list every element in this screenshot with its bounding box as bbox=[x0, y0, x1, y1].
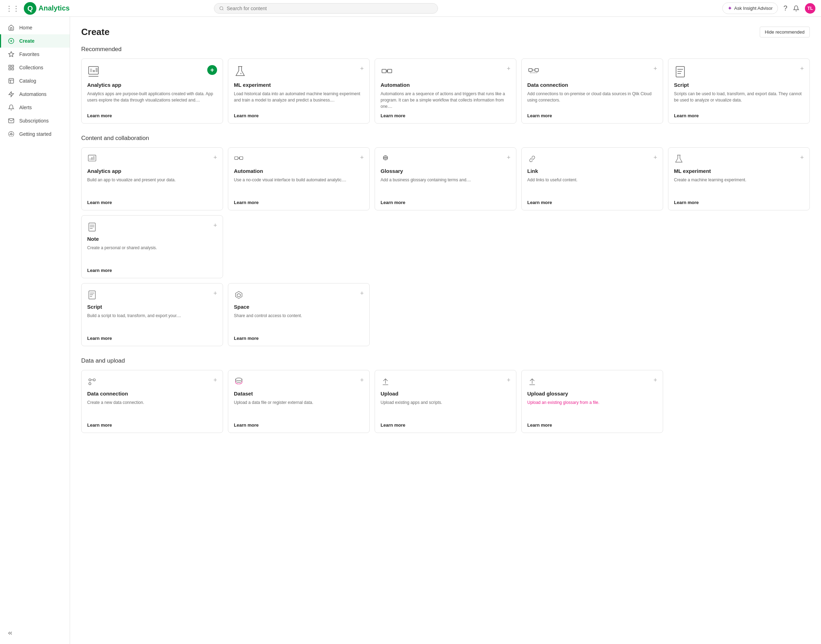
svg-rect-8 bbox=[9, 65, 11, 67]
add-script-cc-button[interactable]: + bbox=[213, 290, 217, 297]
grid-menu-icon[interactable]: ⋮⋮ bbox=[6, 4, 20, 12]
card-dataset-du[interactable]: + Dataset Upload a data file or register… bbox=[228, 370, 370, 433]
add-automation-recommended-button[interactable]: + bbox=[506, 65, 511, 72]
qlik-logo-icon: Q bbox=[24, 2, 37, 15]
sidebar-label-subscriptions: Subscriptions bbox=[19, 118, 49, 124]
sidebar-item-automations[interactable]: Automations bbox=[0, 87, 70, 101]
data-connection-recommended-title: Data connection bbox=[527, 82, 657, 88]
card-link-cc[interactable]: + Link Add links to useful content. Lear… bbox=[521, 147, 663, 210]
add-analytics-app-recommended-button[interactable]: + bbox=[207, 65, 217, 75]
space-cc-learn-more[interactable]: Learn more bbox=[234, 336, 364, 341]
add-ml-experiment-cc-button[interactable]: + bbox=[800, 154, 804, 161]
sidebar-item-catalog[interactable]: Catalog bbox=[0, 74, 70, 87]
link-cc-learn-more[interactable]: Learn more bbox=[527, 200, 657, 205]
sidebar-item-create[interactable]: Create bbox=[0, 34, 70, 48]
ml-experiment-cc-learn-more[interactable]: Learn more bbox=[674, 200, 804, 205]
note-cc-title: Note bbox=[87, 236, 217, 242]
sidebar-label-getting-started: Getting started bbox=[19, 131, 51, 137]
add-data-connection-du-button[interactable]: + bbox=[213, 377, 217, 384]
card-automation-recommended[interactable]: + Automation Automations are a sequence … bbox=[374, 58, 516, 124]
automation-recommended-learn-more[interactable]: Learn more bbox=[381, 113, 511, 118]
card-analytics-app-recommended[interactable]: + Analytics app Analytics apps are purpo… bbox=[81, 58, 223, 124]
data-connection-du-desc: Create a new data connection. bbox=[87, 399, 217, 419]
sidebar-item-favorites[interactable]: Favorites bbox=[0, 48, 70, 61]
search-input[interactable] bbox=[227, 6, 433, 11]
ml-experiment-recommended-learn-more[interactable]: Learn more bbox=[234, 113, 364, 118]
card-script-recommended[interactable]: + Script Scripts can be used to load, tr… bbox=[668, 58, 810, 124]
svg-rect-11 bbox=[12, 68, 14, 70]
data-connection-du-learn-more[interactable]: Learn more bbox=[87, 422, 217, 428]
svg-rect-24 bbox=[388, 69, 392, 73]
analytics-app-recommended-title: Analytics app bbox=[87, 82, 217, 88]
analytics-app-cc-learn-more[interactable]: Learn more bbox=[87, 200, 217, 205]
hide-recommended-button[interactable]: Hide recommended bbox=[760, 27, 810, 37]
svg-rect-12 bbox=[9, 78, 14, 83]
link-cc-title: Link bbox=[527, 168, 657, 174]
add-analytics-app-cc-button[interactable]: + bbox=[213, 154, 217, 161]
alerts-icon bbox=[8, 104, 16, 110]
upload-glossary-du-learn-more[interactable]: Learn more bbox=[527, 422, 657, 428]
sidebar-label-collections: Collections bbox=[19, 65, 43, 71]
card-ml-experiment-recommended[interactable]: + ML experiment Load historical data int… bbox=[228, 58, 370, 124]
card-analytics-app-cc[interactable]: + Analytics app Build an app to visualiz… bbox=[81, 147, 223, 210]
script2-icon bbox=[87, 290, 97, 300]
bell-icon[interactable] bbox=[793, 5, 799, 12]
sidebar-item-alerts[interactable]: Alerts bbox=[0, 101, 70, 114]
sidebar-item-collections[interactable]: Collections bbox=[0, 61, 70, 74]
avatar[interactable]: TL bbox=[805, 3, 815, 14]
search-bar[interactable] bbox=[214, 3, 438, 14]
add-glossary-button[interactable]: + bbox=[506, 154, 511, 161]
add-script-recommended-button[interactable]: + bbox=[800, 65, 804, 72]
card-script-cc[interactable]: + Script Build a script to load, transfo… bbox=[81, 283, 223, 346]
add-automation-cc-button[interactable]: + bbox=[360, 154, 364, 161]
sidebar-label-alerts: Alerts bbox=[19, 105, 32, 110]
card-upload-du[interactable]: + Upload Upload existing apps and script… bbox=[374, 370, 516, 433]
glossary-cc-learn-more[interactable]: Learn more bbox=[381, 200, 511, 205]
add-upload-glossary-button[interactable]: + bbox=[653, 377, 657, 384]
add-note-button[interactable]: + bbox=[213, 222, 217, 229]
upload-du-learn-more[interactable]: Learn more bbox=[381, 422, 511, 428]
add-upload-button[interactable]: + bbox=[506, 377, 511, 384]
sidebar-item-home[interactable]: Home bbox=[0, 21, 70, 34]
script-recommended-desc: Scripts can be used to load, transform, … bbox=[674, 90, 804, 110]
svg-point-22 bbox=[240, 73, 242, 74]
analytics-app-recommended-learn-more[interactable]: Learn more bbox=[87, 113, 217, 118]
add-link-button[interactable]: + bbox=[653, 154, 657, 161]
card-glossary-cc[interactable]: + Glossary Add a business glossary conta… bbox=[374, 147, 516, 210]
card-data-connection-recommended[interactable]: + Data connection Add connections to on-… bbox=[521, 58, 663, 124]
card-note-cc[interactable]: + Note Create a personal or shared analy… bbox=[81, 215, 223, 278]
content-collaboration-cards-grid: + Analytics app Build an app to visualiz… bbox=[81, 147, 810, 278]
content-collaboration-section: Content and collaboration + bbox=[81, 135, 810, 346]
glossary-icon bbox=[381, 154, 390, 164]
svg-point-56 bbox=[89, 383, 91, 385]
upload-icon bbox=[381, 377, 390, 386]
script-recommended-learn-more[interactable]: Learn more bbox=[674, 113, 804, 118]
script-cc-learn-more[interactable]: Learn more bbox=[87, 336, 217, 341]
dataset-du-title: Dataset bbox=[234, 391, 364, 397]
sidebar-item-subscriptions[interactable]: Subscriptions bbox=[0, 114, 70, 127]
insight-advisor-button[interactable]: ✦ Ask Insight Advisor bbox=[722, 2, 778, 14]
sidebar-collapse-button[interactable] bbox=[0, 627, 70, 640]
script-recommended-title: Script bbox=[674, 82, 804, 88]
add-dataset-button[interactable]: + bbox=[360, 377, 364, 384]
data-connection-icon bbox=[527, 65, 540, 78]
note-cc-learn-more[interactable]: Learn more bbox=[87, 268, 217, 273]
note-cc-desc: Create a personal or shared analysis. bbox=[87, 245, 217, 264]
automation-recommended-title: Automation bbox=[381, 82, 511, 88]
help-icon[interactable]: ? bbox=[784, 4, 787, 12]
card-space-cc[interactable]: + Space Share and control access to cont… bbox=[228, 283, 370, 346]
svg-text:Q: Q bbox=[27, 5, 33, 12]
card-automation-cc[interactable]: + Automation Use a no-code visual interf… bbox=[228, 147, 370, 210]
add-ml-experiment-recommended-button[interactable]: + bbox=[360, 65, 364, 72]
automation-cc-learn-more[interactable]: Learn more bbox=[234, 200, 364, 205]
card-data-connection-du[interactable]: + Data connection Create a new data conn… bbox=[81, 370, 223, 433]
card-ml-experiment-cc[interactable]: + ML experiment Create a machine learnin… bbox=[668, 147, 810, 210]
sidebar-item-getting-started[interactable]: Getting started bbox=[0, 127, 70, 141]
add-data-connection-recommended-button[interactable]: + bbox=[653, 65, 657, 72]
glossary-cc-title: Glossary bbox=[381, 168, 511, 174]
add-space-button[interactable]: + bbox=[360, 290, 364, 297]
dataset-du-learn-more[interactable]: Learn more bbox=[234, 422, 364, 428]
data-connection-recommended-learn-more[interactable]: Learn more bbox=[527, 113, 657, 118]
card-upload-glossary-du[interactable]: + Upload glossary Upload an existing glo… bbox=[521, 370, 663, 433]
main-header: Create Hide recommended bbox=[81, 27, 810, 37]
